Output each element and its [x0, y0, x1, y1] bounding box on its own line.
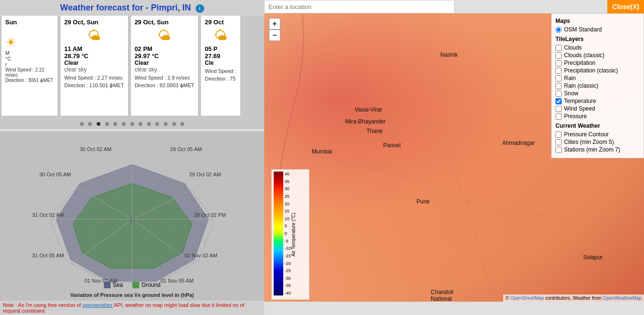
card-day: 29 Oct, Sun: [135, 19, 195, 26]
sun-icon: ☀: [5, 35, 54, 50]
dot-11[interactable]: [164, 122, 168, 126]
dot-3[interactable]: [97, 122, 100, 126]
tick-neg35: -35: [285, 283, 291, 288]
dot-2[interactable]: [88, 122, 92, 126]
partly-cloudy-icon: 🌤: [205, 28, 237, 43]
dot-10[interactable]: [155, 122, 159, 126]
search-input[interactable]: [264, 0, 455, 13]
layer-precipitation-classic[interactable]: Precipitation (classic): [555, 67, 640, 74]
radar-chart: 22 30 Oct 02 AM 29 Oct 05 AM 29 Oct 02 A…: [32, 145, 232, 298]
layer-rain-classic[interactable]: Rain (classic): [555, 82, 640, 89]
card-temp: °C: [5, 56, 54, 61]
card-temp: 29.97 °C: [135, 52, 195, 60]
label-top: 30 Oct 02 AM: [80, 146, 112, 152]
legend-bar: 40 35 30 25 20 15 10 5 0 -5 -10 -15 -20 …: [274, 172, 307, 295]
tick-15: 15: [285, 209, 291, 213]
layer-snow[interactable]: Snow: [555, 90, 640, 97]
tick-neg20: -20: [285, 261, 291, 266]
precipitation-checkbox[interactable]: [555, 60, 562, 66]
dot-7[interactable]: [130, 122, 134, 126]
clouds-classic-checkbox[interactable]: [555, 52, 562, 59]
rain-classic-label: Rain (classic): [564, 82, 598, 89]
dot-5[interactable]: [113, 122, 117, 126]
layer-clouds[interactable]: Clouds: [555, 44, 640, 51]
openweather-link[interactable]: openweather: [82, 302, 113, 308]
close-button[interactable]: Close(X): [607, 0, 644, 13]
owm-link[interactable]: OpenWeatherMap: [603, 295, 642, 301]
pressure-checkbox[interactable]: [555, 113, 562, 120]
zoom-out-button[interactable]: −: [269, 30, 280, 41]
city-mira-bhayander: Mira-Bhayander: [345, 118, 386, 125]
layer-precipitation[interactable]: Precipitation: [555, 60, 640, 66]
legend-sea-box: [104, 282, 110, 288]
label-left-top: 30 Oct 05 AM: [40, 172, 71, 177]
clouds-classic-label: Clouds (classic): [564, 52, 604, 59]
dot-9[interactable]: [147, 122, 151, 126]
info-icon[interactable]: i: [196, 4, 204, 13]
clouds-label: Clouds: [564, 44, 582, 51]
tick-0: 0: [285, 231, 291, 236]
pressure-contour-label: Pressure Contour: [564, 131, 609, 138]
osm-standard-label: OSM Standard: [564, 26, 602, 33]
tick-5: 5: [285, 224, 291, 228]
card-sky-main: Clear: [135, 60, 195, 66]
tick-neg15: -15: [285, 254, 291, 258]
layer-panel: Maps OSM Standard TileLayers Clouds Clou…: [551, 13, 644, 158]
card-sky-main: Clear: [64, 60, 124, 66]
tick-30: 30: [285, 186, 291, 191]
city-nashik: Nashik: [440, 51, 458, 58]
layer-clouds-classic[interactable]: Clouds (classic): [555, 52, 640, 59]
card-time: 11 AM: [64, 45, 124, 52]
dot-13[interactable]: [180, 122, 184, 126]
rain-classic-checkbox[interactable]: [555, 83, 562, 89]
rain-checkbox[interactable]: [555, 75, 562, 81]
layer-pressure[interactable]: Pressure: [555, 113, 640, 120]
dot-1[interactable]: [80, 122, 84, 126]
card-wind: Wind Speed :: [205, 68, 237, 74]
forecast-area: Sun ☀ M °C r Wind Speed : 2.22 m/sec Dir…: [0, 13, 264, 118]
chart-legend: Sea Ground: [104, 282, 160, 288]
label-top-right: 29 Oct 05 AM: [170, 146, 202, 152]
layer-wind-speed[interactable]: Wind Speed: [555, 105, 640, 112]
layer-cities[interactable]: Cities (min Zoom 5): [555, 139, 640, 145]
pressure-contour-checkbox[interactable]: [555, 132, 562, 138]
map-attribution: © OpenStreetMap contributors, Weather fr…: [503, 295, 644, 302]
wind-speed-checkbox[interactable]: [555, 106, 562, 112]
legend-ground-label: Ground: [141, 282, 160, 288]
legend-ticks: 40 35 30 25 20 15 10 5 0 -5 -10 -15 -20 …: [283, 172, 291, 295]
snow-checkbox[interactable]: [555, 91, 562, 97]
tick-neg25: -25: [285, 268, 291, 273]
city-thane: Thane: [367, 128, 383, 134]
precipitation-classic-checkbox[interactable]: [555, 68, 562, 74]
label-left: 31 Oct 02 AM: [32, 212, 64, 218]
layer-pressure-contour[interactable]: Pressure Contour: [555, 131, 640, 138]
current-weather-section-title: Current Weather: [555, 122, 640, 129]
zoom-in-button[interactable]: +: [269, 18, 280, 30]
layer-stations[interactable]: Stations (min Zoom 7): [555, 146, 640, 153]
dot-12[interactable]: [172, 122, 176, 126]
card-sky-sub: clear sky: [64, 66, 124, 73]
label-bottom-left: 31 Oct 05 AM: [32, 253, 64, 258]
osm-standard-radio[interactable]: [555, 27, 562, 33]
label-right: 28 Oct 02 PM: [194, 212, 226, 218]
card-time: M: [5, 50, 54, 56]
tick-35: 35: [285, 179, 291, 184]
stations-checkbox[interactable]: [555, 147, 562, 153]
city-panvel: Panvel: [383, 142, 401, 149]
cities-checkbox[interactable]: [555, 139, 562, 145]
clouds-checkbox[interactable]: [555, 45, 562, 51]
osm-standard-option[interactable]: OSM Standard: [555, 26, 640, 33]
note-bar: Note : As I'm using free version of open…: [0, 301, 264, 315]
card-wind: Wind Speed : 2.27 m/sec: [64, 75, 124, 81]
tick-neg10: -10: [285, 246, 291, 251]
osm-link[interactable]: OpenStreetMap: [510, 295, 544, 301]
dot-6[interactable]: [122, 122, 126, 126]
card-sky-main: Cle: [205, 60, 237, 66]
dot-8[interactable]: [139, 122, 142, 126]
layer-temperature[interactable]: Temperature: [555, 98, 640, 104]
temperature-checkbox[interactable]: [555, 98, 562, 104]
dot-4[interactable]: [105, 122, 109, 126]
layer-rain[interactable]: Rain: [555, 75, 640, 81]
city-chandoli: ChandoliNationalPark: [431, 289, 453, 302]
card-day: 29 Oct, Sun: [64, 19, 124, 26]
